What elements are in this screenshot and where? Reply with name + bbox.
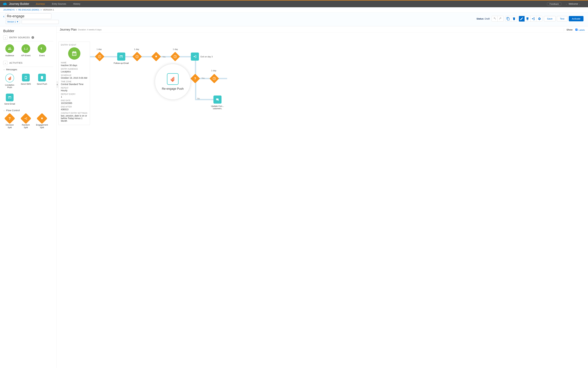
info-icon[interactable]: i [32,36,34,39]
account-menu-chevron-icon[interactable]: ⌄ [566,3,567,5]
save-button[interactable]: Save [544,16,555,21]
journey-title-input[interactable] [5,13,51,19]
node-update-contact[interactable]: Update Con... ustomers. [210,95,225,110]
zoom-preview: Re-engage Push [155,64,191,100]
svg-rect-12 [172,78,173,81]
edge-no: No [197,97,200,100]
pal-send-email[interactable]: Send Email [4,93,16,105]
breadcrumb: JOURNEYS > RE-ENGAGE (DEMO) > VERSION 1 [0,7,588,12]
localytics-icon [170,76,176,82]
svg-rect-1 [9,77,10,79]
pal-api-event[interactable]: {...} API Event [20,44,32,57]
nav-entry-sources[interactable]: Entry Sources [52,3,66,5]
settings-button[interactable] [536,16,542,21]
entry-sources-toggle[interactable]: ⌄ [3,35,8,40]
top-nav: Journey Builder Journeys Entry Sources H… [0,0,588,7]
pal-send-push[interactable]: Send Push [36,74,48,89]
node-wait-1[interactable] [96,53,103,60]
copy-button[interactable] [505,16,511,21]
back-button[interactable]: ‹ [3,14,4,18]
pal-localytics-push[interactable]: Localytics Push [4,74,16,89]
page-header: ‹ Version 1 ▼ Status: Draft Save Test Ac… [0,12,588,26]
exit-label: Exit on day 3 [201,55,213,58]
pal-audience[interactable]: Audience [4,44,16,57]
show-label: Show [564,28,572,31]
edge-1day-4: 1 day [211,69,216,72]
journey-desc-input[interactable] [22,20,59,24]
svg-point-5 [27,119,27,120]
svg-rect-2 [10,77,11,79]
node-followup-email[interactable]: Follow-up-Email [114,53,129,64]
activate-button[interactable]: Activate [569,16,583,21]
salesforce-cloud-icon [3,2,8,5]
localytics-icon [8,76,12,80]
delete-button[interactable] [511,16,517,21]
edge-yes-2: Yes [202,77,205,79]
builder-sidebar: Builder ⌄ ENTRY SOURCES i Audience {...}… [0,26,56,368]
pal-event[interactable]: Event [36,44,48,57]
entry-event-card[interactable]: ENTRY EVENT NAMEInactive 30 days ENTRY A… [58,42,90,125]
node-wait-3[interactable] [172,53,179,60]
node-wait-4[interactable] [211,75,218,82]
svg-rect-0 [9,78,9,79]
section-entry-sources: ⌄ ENTRY SOURCES i [3,35,53,41]
svg-point-3 [24,118,25,119]
edge-1day-1: 1 day [97,48,102,50]
goals-button[interactable] [525,16,531,21]
labels-checkbox[interactable]: Labels [575,28,585,31]
undo-button [492,16,498,21]
sub-flow-control[interactable]: ⌄Flow Control [3,109,53,112]
pal-engagement-split[interactable]: Engagement Split [36,115,48,129]
journey-canvas[interactable]: ◀ Journey Plan Duration: 4 weeks 6 days … [56,26,588,368]
nav-history[interactable]: History [73,3,80,5]
edge-1day-2: 1 day [134,48,139,50]
feedback-button[interactable]: Feedback [547,2,562,6]
welcome-menu[interactable]: Welcome⌄ [569,3,580,5]
pal-send-sms[interactable]: Send SMS [20,74,32,89]
status-label: Status: Draft [476,18,490,20]
pal-random-split[interactable]: Random Split [20,115,32,129]
nav-journeys[interactable]: Journeys [36,3,45,5]
node-engagement-split[interactable] [153,53,159,60]
crumb-current: VERSION 1 [43,9,54,11]
edit-mode-button[interactable] [519,16,525,21]
edge-1day-3: 1 day [173,48,178,50]
pal-decision-split[interactable]: ? Decision Split [4,115,16,129]
svg-point-4 [27,118,27,118]
version-select[interactable]: Version 1 ▼ [6,20,20,24]
section-activities: ⌄ ACTIVITIES [3,61,53,67]
node-exit[interactable] [191,53,199,61]
sidebar-title: Builder [3,29,53,33]
app-brand: Journey Builder [9,2,29,6]
calendar-icon [68,47,80,60]
sub-messages[interactable]: ⌄Messages [3,68,53,71]
crumb-journeys[interactable]: JOURNEYS [3,9,15,11]
edge-yes-1: Yes [162,56,166,58]
redo-button [498,16,503,21]
node-decision-split[interactable]: ? [192,75,199,82]
svg-rect-11 [171,79,172,81]
test-button[interactable]: Test [557,16,568,21]
canvas-header: Journey Plan Duration: 4 weeks 6 days Sh… [56,26,588,32]
activities-toggle[interactable]: ⌄ [3,61,8,65]
svg-rect-13 [173,77,174,81]
exit-criteria-button[interactable] [531,16,536,21]
crumb-reengage[interactable]: RE-ENGAGE (DEMO) [18,9,39,11]
node-wait-2[interactable] [134,53,140,60]
